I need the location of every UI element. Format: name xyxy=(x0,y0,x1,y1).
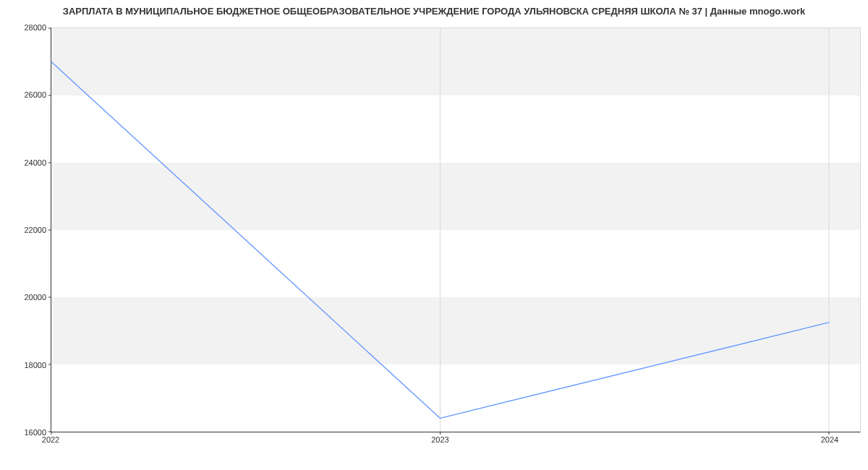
svg-rect-2 xyxy=(51,230,860,297)
chart-plot-area xyxy=(51,27,861,432)
svg-rect-1 xyxy=(51,297,860,364)
x-axis-tick: 2024 xyxy=(821,435,838,444)
y-axis-tick: 28000 xyxy=(3,23,46,32)
svg-rect-4 xyxy=(51,95,860,163)
svg-rect-5 xyxy=(51,28,860,95)
x-axis-tick: 2023 xyxy=(431,435,448,444)
y-axis-tick: 26000 xyxy=(3,90,46,99)
y-axis-tick: 16000 xyxy=(3,428,46,437)
y-axis-tick: 20000 xyxy=(3,293,46,302)
y-axis-tick: 18000 xyxy=(3,361,46,369)
y-axis-tick: 22000 xyxy=(3,226,46,234)
chart-title: ЗАРПЛАТА В МУНИЦИПАЛЬНОЕ БЮДЖЕТНОЕ ОБЩЕО… xyxy=(0,6,868,17)
svg-rect-0 xyxy=(51,364,860,432)
y-axis-tick: 24000 xyxy=(3,158,46,167)
x-axis-tick: 2022 xyxy=(42,435,59,444)
